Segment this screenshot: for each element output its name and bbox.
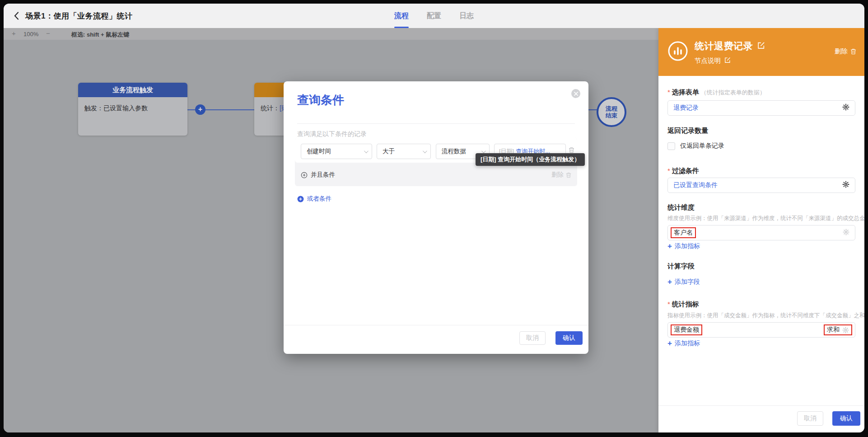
modal-confirm-button[interactable]: 确认 [555, 331, 583, 345]
top-header: 场景1：使用「业务流程」统计 流程 配置 日志 [4, 4, 864, 28]
metric-field[interactable]: 退费金额 求和 [667, 322, 855, 338]
dimension-section-label: 统计维度 [667, 203, 695, 212]
panel-header: 统计退费记录 节点说明 删除 [658, 28, 864, 76]
tab-flow[interactable]: 流程 [394, 4, 409, 28]
modal-title: 查询条件 [297, 92, 344, 108]
tab-log[interactable]: 日志 [459, 4, 474, 28]
tab-bar: 流程 配置 日志 [394, 4, 474, 28]
modal-footer-divider [284, 325, 588, 325]
modal-title-divider [297, 123, 575, 124]
metric-aggregation-annotation: 求和 [824, 324, 852, 335]
gear-icon[interactable] [842, 103, 849, 113]
add-dimension-button[interactable]: + 添加指标 [667, 242, 700, 250]
delete-condition-button[interactable]: 删除 [551, 171, 571, 179]
trigger-node[interactable]: 业务流程触发 触发：已设置输入参数 [78, 83, 187, 136]
add-calc-field-button[interactable]: + 添加字段 [667, 278, 700, 286]
chevron-down-icon [423, 149, 427, 153]
app-root: 场景1：使用「业务流程」统计 流程 配置 日志 + 100% − 框选: shi… [0, 0, 868, 437]
trash-icon [566, 172, 571, 178]
or-condition-button[interactable]: 或者条件 [297, 195, 331, 203]
filter-field[interactable]: 已设置查询条件 [667, 178, 855, 193]
records-section-label: 返回记录数量 [667, 127, 708, 135]
close-icon [574, 92, 578, 96]
edit-title-button[interactable] [757, 42, 765, 51]
panel-footer-divider [658, 405, 864, 406]
trigger-node-body: 触发：已设置输入参数 [78, 97, 187, 113]
add-node-button[interactable]: + [195, 104, 205, 115]
panel-cancel-button[interactable]: 取消 [797, 411, 823, 426]
zoom-out-button[interactable]: − [46, 29, 50, 37]
trash-icon [850, 48, 856, 55]
add-metric-button[interactable]: + 添加指标 [667, 339, 700, 348]
app-window: 场景1：使用「业务流程」统计 流程 配置 日志 + 100% − 框选: shi… [4, 4, 864, 432]
trigger-node-title: 业务流程触发 [78, 83, 187, 97]
zoom-level: 100% [23, 31, 38, 38]
modal-cancel-button[interactable]: 取消 [519, 331, 546, 345]
panel-confirm-button[interactable]: 确认 [832, 411, 860, 426]
node-config-panel: 统计退费记录 节点说明 删除 *选择表单（统计指定表单的数据） [658, 28, 864, 432]
single-record-checkbox-row: 仅返回单条记录 [667, 142, 724, 150]
metric-help-text: 指标使用示例：使用「成交金额」作为指标，统计不同维度下「成交金额」之和 [667, 312, 864, 320]
circle-plus-filled-icon [297, 196, 304, 202]
edit-note-button[interactable] [724, 57, 731, 65]
checkbox[interactable] [667, 142, 675, 150]
calc-section-label: 计算字段 [667, 262, 695, 271]
marquee-select-hint: 框选: shift + 鼠标左键 [71, 31, 129, 39]
condition-operator-select[interactable]: 大于 [377, 144, 431, 159]
gear-icon[interactable] [843, 229, 849, 237]
end-node[interactable]: 流程 结束 [597, 97, 626, 127]
metric-section-label: *统计指标 [667, 300, 699, 309]
gear-icon[interactable] [842, 327, 849, 334]
query-condition-modal: 查询条件 查询满足以下条件的记录 创建时间 大于 流程数据 [284, 81, 588, 354]
dimension-value-annotation: 客户名 [671, 227, 696, 238]
form-field[interactable]: 退费记录 [667, 100, 855, 116]
tab-config[interactable]: 配置 [427, 4, 441, 28]
zoom-in-button[interactable]: + [12, 29, 16, 37]
field-tooltip: [日期] 查询开始时间（业务流程触发） [476, 153, 585, 166]
dimension-field[interactable]: 客户名 [667, 225, 855, 240]
chevron-down-icon [481, 149, 486, 153]
and-condition-button[interactable]: 并且条件 [301, 171, 335, 179]
filter-section-label: *过滤条件 [667, 167, 699, 175]
back-icon [14, 12, 19, 20]
node-note-label: 节点说明 [695, 56, 721, 65]
tab-active-underline [394, 27, 409, 28]
delete-node-button[interactable]: 删除 [835, 47, 856, 56]
node-title: 统计退费记录 [695, 40, 753, 52]
dimension-help-text: 维度使用示例：使用「来源渠道」作为维度，统计不同「来源渠道」的成交总金额 [667, 215, 864, 222]
canvas-toolbar: + 100% − 框选: shift + 鼠标左键 [4, 28, 658, 40]
back-button[interactable] [14, 12, 20, 20]
page-title: 场景1：使用「业务流程」统计 [25, 11, 132, 21]
trash-icon [569, 147, 574, 153]
metric-value-annotation: 退费金额 [671, 324, 702, 335]
gear-icon[interactable] [842, 181, 849, 190]
chevron-down-icon [364, 149, 369, 153]
modal-close-button[interactable] [571, 89, 580, 98]
edit-icon [724, 57, 731, 63]
edit-icon [757, 42, 765, 49]
condition-field-select[interactable]: 创建时间 [301, 144, 372, 159]
circle-plus-outline-icon [301, 172, 308, 179]
aggregation-label[interactable]: 求和 [827, 326, 840, 334]
bar-chart-icon [667, 41, 688, 63]
form-section-label: *选择表单（统计指定表单的数据） [667, 88, 765, 97]
